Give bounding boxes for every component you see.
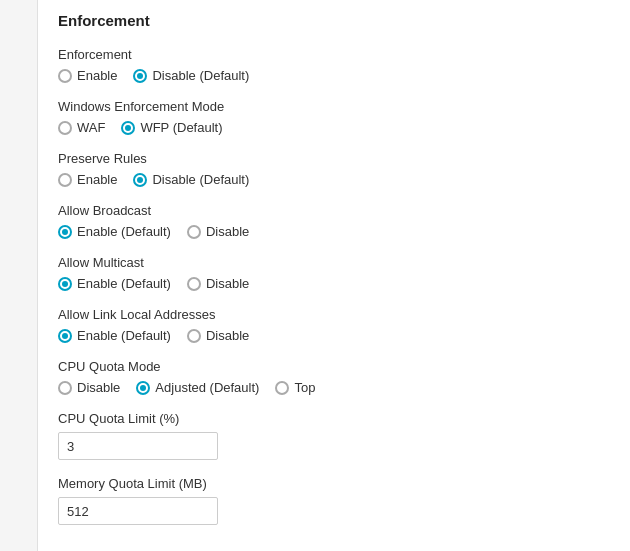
enforcement-enable-radio[interactable] <box>58 69 72 83</box>
section-title: Enforcement <box>58 12 610 33</box>
preserve-rules-radio-group: Enable Disable (Default) <box>58 172 610 187</box>
cqm-top-radio[interactable] <box>275 381 289 395</box>
cqm-disable-option[interactable]: Disable <box>58 380 120 395</box>
windows-enforcement-mode-label: Windows Enforcement Mode <box>58 99 610 114</box>
ab-enable-radio[interactable] <box>58 225 72 239</box>
pr-disable-radio[interactable] <box>133 173 147 187</box>
preserve-rules-field: Preserve Rules Enable Disable (Default) <box>58 151 610 187</box>
ab-enable-option[interactable]: Enable (Default) <box>58 224 171 239</box>
enforcement-disable-option[interactable]: Disable (Default) <box>133 68 249 83</box>
enforcement-disable-label: Disable (Default) <box>152 68 249 83</box>
cqm-top-label: Top <box>294 380 315 395</box>
content-area: Enforcement Enforcement Enable Disable (… <box>38 0 630 551</box>
enforcement-enable-option[interactable]: Enable <box>58 68 117 83</box>
page-container: Enforcement Enforcement Enable Disable (… <box>0 0 630 551</box>
cpu-quota-mode-label: CPU Quota Mode <box>58 359 610 374</box>
cqm-adjusted-radio[interactable] <box>136 381 150 395</box>
allow-link-local-addresses-radio-group: Enable (Default) Disable <box>58 328 610 343</box>
am-enable-radio[interactable] <box>58 277 72 291</box>
cpu-quota-limit-input[interactable] <box>58 432 218 460</box>
cpu-quota-limit-field: CPU Quota Limit (%) <box>58 411 610 460</box>
allow-multicast-radio-group: Enable (Default) Disable <box>58 276 610 291</box>
cpu-quota-mode-radio-group: Disable Adjusted (Default) Top <box>58 380 610 395</box>
cqm-adjusted-option[interactable]: Adjusted (Default) <box>136 380 259 395</box>
cpu-quota-mode-field: CPU Quota Mode Disable Adjusted (Default… <box>58 359 610 395</box>
wem-wfp-option[interactable]: WFP (Default) <box>121 120 222 135</box>
allow-link-local-addresses-field: Allow Link Local Addresses Enable (Defau… <box>58 307 610 343</box>
ab-disable-option[interactable]: Disable <box>187 224 249 239</box>
allow-broadcast-label: Allow Broadcast <box>58 203 610 218</box>
ab-enable-label: Enable (Default) <box>77 224 171 239</box>
wem-waf-radio[interactable] <box>58 121 72 135</box>
allow-broadcast-radio-group: Enable (Default) Disable <box>58 224 610 239</box>
am-enable-option[interactable]: Enable (Default) <box>58 276 171 291</box>
allow-link-local-addresses-label: Allow Link Local Addresses <box>58 307 610 322</box>
pr-enable-option[interactable]: Enable <box>58 172 117 187</box>
cqm-disable-label: Disable <box>77 380 120 395</box>
allow-broadcast-field: Allow Broadcast Enable (Default) Disable <box>58 203 610 239</box>
alla-enable-label: Enable (Default) <box>77 328 171 343</box>
preserve-rules-label: Preserve Rules <box>58 151 610 166</box>
wem-waf-label: WAF <box>77 120 105 135</box>
enforcement-disable-radio[interactable] <box>133 69 147 83</box>
enforcement-field: Enforcement Enable Disable (Default) <box>58 47 610 83</box>
enforcement-radio-group: Enable Disable (Default) <box>58 68 610 83</box>
enforcement-enable-label: Enable <box>77 68 117 83</box>
alla-enable-radio[interactable] <box>58 329 72 343</box>
am-enable-label: Enable (Default) <box>77 276 171 291</box>
allow-multicast-field: Allow Multicast Enable (Default) Disable <box>58 255 610 291</box>
allow-multicast-label: Allow Multicast <box>58 255 610 270</box>
alla-disable-radio[interactable] <box>187 329 201 343</box>
windows-enforcement-mode-radio-group: WAF WFP (Default) <box>58 120 610 135</box>
alla-disable-option[interactable]: Disable <box>187 328 249 343</box>
cqm-adjusted-label: Adjusted (Default) <box>155 380 259 395</box>
pr-enable-label: Enable <box>77 172 117 187</box>
memory-quota-limit-input[interactable] <box>58 497 218 525</box>
wem-wfp-radio[interactable] <box>121 121 135 135</box>
wem-wfp-label: WFP (Default) <box>140 120 222 135</box>
alla-enable-option[interactable]: Enable (Default) <box>58 328 171 343</box>
cqm-disable-radio[interactable] <box>58 381 72 395</box>
pr-disable-option[interactable]: Disable (Default) <box>133 172 249 187</box>
pr-disable-label: Disable (Default) <box>152 172 249 187</box>
windows-enforcement-mode-field: Windows Enforcement Mode WAF WFP (Defaul… <box>58 99 610 135</box>
am-disable-radio[interactable] <box>187 277 201 291</box>
am-disable-option[interactable]: Disable <box>187 276 249 291</box>
alla-disable-label: Disable <box>206 328 249 343</box>
pr-enable-radio[interactable] <box>58 173 72 187</box>
sidebar <box>0 0 38 551</box>
enforcement-label: Enforcement <box>58 47 610 62</box>
memory-quota-limit-field: Memory Quota Limit (MB) <box>58 476 610 525</box>
wem-waf-option[interactable]: WAF <box>58 120 105 135</box>
ab-disable-label: Disable <box>206 224 249 239</box>
ab-disable-radio[interactable] <box>187 225 201 239</box>
cqm-top-option[interactable]: Top <box>275 380 315 395</box>
am-disable-label: Disable <box>206 276 249 291</box>
cpu-quota-limit-label: CPU Quota Limit (%) <box>58 411 610 426</box>
memory-quota-limit-label: Memory Quota Limit (MB) <box>58 476 610 491</box>
